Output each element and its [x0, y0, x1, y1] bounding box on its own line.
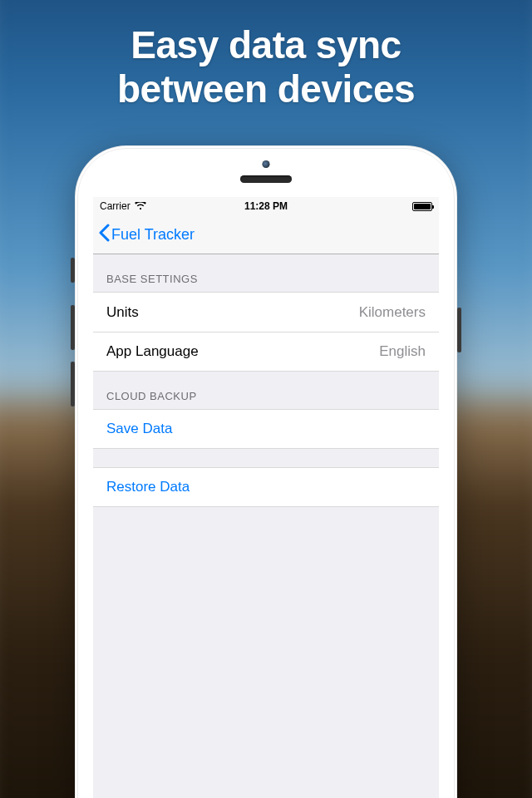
back-button[interactable]: Fuel Tracker	[98, 224, 195, 246]
volume-down-button	[71, 362, 75, 406]
marketing-headline: Easy data sync between devices	[0, 23, 532, 111]
cloud-backup-group: Save Data	[93, 409, 439, 449]
headline-line-2: between devices	[0, 67, 532, 111]
row-units-label: Units	[106, 304, 139, 321]
mute-switch	[71, 258, 75, 283]
back-label: Fuel Tracker	[111, 226, 195, 244]
row-units-value: Kilometers	[359, 304, 426, 321]
status-bar: Carrier 11:28 PM	[93, 197, 439, 215]
row-lang-value: English	[379, 343, 426, 360]
section-header-cloud: CLOUD BACKUP	[93, 372, 439, 409]
power-button	[457, 308, 461, 352]
row-restore-data[interactable]: Restore Data	[93, 467, 439, 507]
nav-bar: Fuel Tracker	[93, 215, 439, 254]
phone-frame: Carrier 11:28 PM	[75, 145, 457, 798]
restore-data-label: Restore Data	[106, 479, 190, 495]
status-left: Carrier	[100, 200, 146, 212]
carrier-label: Carrier	[100, 200, 131, 212]
battery-icon	[412, 202, 432, 211]
camera-icon	[263, 160, 270, 168]
screen: Carrier 11:28 PM	[93, 197, 439, 798]
row-save-data[interactable]: Save Data	[93, 409, 439, 449]
settings-content: BASE SETTINGS Units Kilometers App Langu…	[93, 254, 439, 507]
row-app-language[interactable]: App Language English	[93, 332, 439, 372]
volume-up-button	[71, 305, 75, 350]
status-right	[409, 202, 432, 211]
status-time: 11:28 PM	[244, 200, 288, 212]
row-units[interactable]: Units Kilometers	[93, 292, 439, 332]
row-gap	[93, 449, 439, 467]
chevron-left-icon	[98, 224, 110, 246]
cloud-restore-group: Restore Data	[93, 467, 439, 507]
row-lang-label: App Language	[106, 343, 199, 360]
save-data-label: Save Data	[106, 421, 172, 437]
headline-line-1: Easy data sync	[0, 23, 532, 67]
section-header-base: BASE SETTINGS	[93, 254, 439, 292]
base-settings-group: Units Kilometers App Language English	[93, 292, 439, 372]
wifi-icon	[135, 202, 146, 210]
speaker-grille	[240, 175, 292, 183]
battery-fill	[414, 204, 431, 209]
